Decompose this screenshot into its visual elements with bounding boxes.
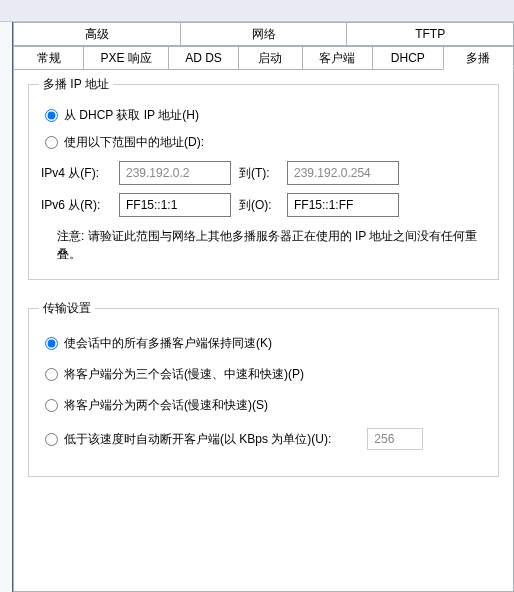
input-kbps-threshold[interactable] (367, 428, 423, 450)
radio-row-two: 将客户端分为两个会话(慢速和快速)(S) (45, 397, 486, 414)
radio-row-kbps: 低于该速度时自动断开客户端(以 KBps 为单位)(U): (45, 428, 486, 450)
window-top-strip (0, 0, 514, 22)
label-ipv4-from: IPv4 从(F): (41, 165, 111, 182)
row-ipv4: IPv4 从(F): 到(T): (41, 161, 486, 185)
note-overlap-warning: 注意: 请验证此范围与网络上其他多播服务器正在使用的 IP 地址之间没有任何重叠… (57, 227, 482, 263)
radio-row-range: 使用以下范围中的地址(D): (45, 134, 486, 151)
group-transfer-settings-title: 传输设置 (39, 300, 95, 317)
input-ipv4-from[interactable] (119, 161, 231, 185)
label-ipv6-from: IPv6 从(R): (41, 197, 111, 214)
tab-body-multicast: 多播 IP 地址 从 DHCP 获取 IP 地址(H) 使用以下范围中的地址(D… (13, 70, 514, 592)
row-ipv6: IPv6 从(R): 到(O): (41, 193, 486, 217)
label-ipv4-to: 到(T): (239, 165, 279, 182)
radio-row-sync: 使会话中的所有多播客户端保持同速(K) (45, 335, 486, 352)
tab-multicast[interactable]: 多播 (443, 46, 514, 70)
radio-row-three: 将客户端分为三个会话(慢速、中速和快速)(P) (45, 366, 486, 383)
group-multicast-ip: 多播 IP 地址 从 DHCP 获取 IP 地址(H) 使用以下范围中的地址(D… (28, 84, 499, 280)
radio-keep-sync[interactable] (45, 337, 58, 350)
tab-client[interactable]: 客户端 (302, 46, 373, 70)
tab-general[interactable]: 常规 (13, 46, 84, 70)
radio-disconnect-slow-label: 低于该速度时自动断开客户端(以 KBps 为单位)(U): (64, 431, 331, 448)
radio-use-range[interactable] (45, 136, 58, 149)
radio-two-sessions[interactable] (45, 399, 58, 412)
tab-row-upper: 高级 网络 TFTP (13, 22, 514, 46)
radio-row-dhcp: 从 DHCP 获取 IP 地址(H) (45, 107, 486, 124)
tab-row-lower: 常规 PXE 响应 AD DS 启动 客户端 DHCP 多播 (13, 46, 514, 70)
radio-three-sessions[interactable] (45, 368, 58, 381)
tab-network[interactable]: 网络 (180, 22, 348, 46)
tab-boot[interactable]: 启动 (238, 46, 303, 70)
tab-dhcp[interactable]: DHCP (372, 46, 443, 70)
input-ipv6-from[interactable] (119, 193, 231, 217)
group-transfer-settings: 传输设置 使会话中的所有多播客户端保持同速(K) 将客户端分为三个会话(慢速、中… (28, 308, 499, 477)
input-ipv4-to[interactable] (287, 161, 399, 185)
tab-adds[interactable]: AD DS (168, 46, 239, 70)
radio-from-dhcp[interactable] (45, 109, 58, 122)
input-ipv6-to[interactable] (287, 193, 399, 217)
radio-disconnect-slow[interactable] (45, 433, 58, 446)
radio-three-sessions-label: 将客户端分为三个会话(慢速、中速和快速)(P) (64, 366, 304, 383)
group-multicast-ip-title: 多播 IP 地址 (39, 76, 113, 93)
dialog-content: 高级 网络 TFTP 常规 PXE 响应 AD DS 启动 客户端 DHCP 多… (12, 22, 514, 592)
tab-advanced[interactable]: 高级 (13, 22, 181, 46)
radio-two-sessions-label: 将客户端分为两个会话(慢速和快速)(S) (64, 397, 268, 414)
label-ipv6-to: 到(O): (239, 197, 279, 214)
properties-dialog: 高级 网络 TFTP 常规 PXE 响应 AD DS 启动 客户端 DHCP 多… (0, 0, 514, 592)
radio-use-range-label: 使用以下范围中的地址(D): (64, 134, 204, 151)
tab-tftp[interactable]: TFTP (346, 22, 514, 46)
radio-from-dhcp-label: 从 DHCP 获取 IP 地址(H) (64, 107, 199, 124)
radio-keep-sync-label: 使会话中的所有多播客户端保持同速(K) (64, 335, 272, 352)
tab-pxe-response[interactable]: PXE 响应 (83, 46, 168, 70)
